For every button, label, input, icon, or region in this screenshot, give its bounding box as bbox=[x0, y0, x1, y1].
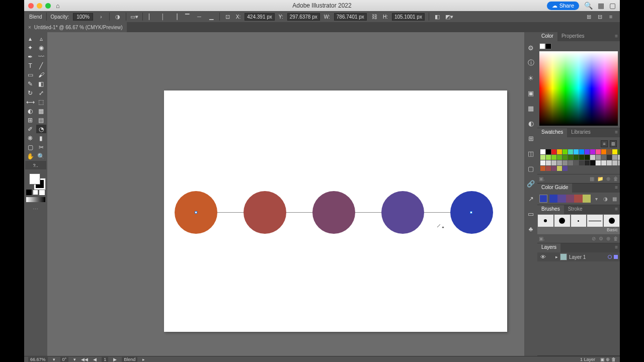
h-value-input[interactable]: 105.1001 px bbox=[392, 13, 425, 21]
new-brush-icon[interactable]: ⊕ bbox=[606, 236, 610, 241]
brush-options-icon[interactable]: ⚙ bbox=[599, 236, 603, 241]
colorguide-base-swatch[interactable] bbox=[539, 195, 547, 203]
selection-tool[interactable]: ▴ bbox=[25, 34, 36, 43]
tab-brushes[interactable]: Brushes bbox=[537, 205, 564, 214]
line-segment-tool[interactable]: ╱ bbox=[36, 61, 47, 70]
swatch-item[interactable] bbox=[562, 155, 568, 160]
save-group-icon[interactable]: ▦ bbox=[611, 195, 618, 202]
align-dock-icon[interactable]: ⊞ bbox=[526, 134, 535, 143]
panel-menu-icon[interactable]: ≡ bbox=[607, 13, 615, 21]
rotate-tool[interactable]: ↻ bbox=[25, 88, 36, 97]
remove-brush-stroke-icon[interactable]: ⊘ bbox=[592, 236, 596, 241]
brush-item[interactable] bbox=[587, 214, 603, 227]
swatch-item[interactable] bbox=[579, 160, 584, 165]
color-mode-solid[interactable] bbox=[26, 190, 32, 195]
align-top-icon[interactable]: ▔ bbox=[183, 13, 191, 21]
artboard-tool[interactable]: ▢ bbox=[25, 143, 36, 151]
swatch-item[interactable] bbox=[562, 160, 568, 165]
document-tab[interactable]: × Untitled-1* @ 66.67 % (CMYK/Preview) bbox=[24, 22, 127, 32]
swatch-item[interactable] bbox=[579, 155, 584, 160]
swatch-item[interactable] bbox=[568, 155, 573, 160]
layer-target-icon[interactable] bbox=[608, 255, 612, 259]
anchor-end[interactable] bbox=[470, 211, 472, 214]
color-spectrum[interactable] bbox=[539, 51, 618, 126]
shape-builder-tool[interactable]: ◐ bbox=[25, 107, 36, 115]
home-icon[interactable]: ⌂ bbox=[56, 2, 60, 10]
search-icon[interactable]: 🔍 bbox=[584, 2, 593, 10]
swatch-item[interactable] bbox=[551, 166, 556, 171]
info-dock-icon[interactable]: ⓘ bbox=[526, 58, 535, 67]
layer-selection-indicator[interactable] bbox=[614, 255, 618, 259]
swatch-item[interactable] bbox=[607, 155, 612, 160]
panel-menu-icon[interactable]: ≡ bbox=[613, 243, 620, 252]
delete-swatch-icon[interactable]: 🗑 bbox=[613, 176, 618, 182]
brush-item[interactable] bbox=[537, 214, 554, 227]
brush-item[interactable] bbox=[554, 214, 571, 227]
y-value-input[interactable]: 297.6378 px bbox=[287, 13, 320, 21]
harmony-dropdown-icon[interactable]: ▾ bbox=[593, 195, 600, 202]
swatch-item[interactable] bbox=[557, 155, 562, 160]
swatch-item[interactable] bbox=[612, 155, 617, 160]
isolate-icon[interactable]: ◩▾ bbox=[445, 13, 453, 21]
swatch-item[interactable] bbox=[540, 155, 545, 160]
swatch-item[interactable] bbox=[557, 166, 562, 171]
width-tool[interactable]: ⟷ bbox=[25, 98, 36, 106]
swatch-item[interactable] bbox=[540, 160, 545, 165]
swatch-item[interactable] bbox=[540, 166, 545, 171]
layer-row[interactable]: 👁 ▸ Layer 1 bbox=[537, 252, 620, 261]
panel-menu-icon[interactable]: ≡ bbox=[613, 205, 620, 214]
shape-properties-icon[interactable]: ◧ bbox=[433, 13, 441, 21]
swatch-item[interactable] bbox=[557, 160, 562, 165]
swatch-item[interactable] bbox=[546, 166, 551, 171]
swatch-item[interactable] bbox=[546, 149, 551, 154]
panel-menu-icon[interactable]: ≡ bbox=[613, 128, 620, 137]
pen-tool[interactable]: ✒ bbox=[25, 52, 36, 61]
opacity-chevron-icon[interactable]: › bbox=[97, 13, 105, 21]
arrange-documents-icon[interactable]: ▦ bbox=[598, 2, 604, 10]
fill-stroke-selector[interactable] bbox=[25, 172, 46, 189]
tab-color-guide[interactable]: Color Guide bbox=[537, 184, 572, 193]
swatch-item[interactable] bbox=[568, 149, 573, 154]
swatch-item[interactable] bbox=[562, 166, 568, 171]
eyedropper-tool[interactable]: ✐ bbox=[25, 125, 36, 133]
color-group-icon[interactable]: 📁 bbox=[597, 176, 603, 182]
swatch-item[interactable] bbox=[585, 155, 590, 160]
artboard-prev-icon[interactable]: ◀◀ bbox=[81, 357, 88, 362]
swatch-item[interactable] bbox=[579, 149, 584, 154]
symbol-sprayer-tool[interactable]: ❋ bbox=[25, 134, 36, 142]
slice-tool[interactable]: ✂ bbox=[36, 143, 47, 151]
new-swatch-icon[interactable]: ⊕ bbox=[606, 176, 610, 182]
swatch-list-view-icon[interactable]: ≡ bbox=[601, 140, 608, 147]
recolor-artwork-icon[interactable]: ◑ bbox=[114, 13, 122, 21]
swatch-item[interactable] bbox=[574, 160, 579, 165]
direct-selection-tool[interactable]: ▵ bbox=[36, 34, 47, 43]
swatch-item[interactable] bbox=[557, 149, 562, 154]
brush-basic-label[interactable]: Basic bbox=[537, 227, 620, 234]
fill-swatch[interactable] bbox=[29, 173, 40, 185]
panel-menu-icon[interactable]: ≡ bbox=[613, 32, 620, 41]
disclosure-arrow-icon[interactable]: ▸ bbox=[555, 254, 558, 259]
swatch-item[interactable] bbox=[590, 149, 595, 154]
swatch-item[interactable] bbox=[607, 160, 612, 165]
swatch-item[interactable] bbox=[596, 149, 601, 154]
tab-swatches[interactable]: Swatches bbox=[537, 128, 567, 137]
close-tab-icon[interactable]: × bbox=[28, 25, 31, 30]
window-minimize-button[interactable] bbox=[37, 3, 42, 9]
canvas-area[interactable]: ⟋₊ bbox=[47, 32, 524, 356]
rectangle-tool[interactable]: ▭ bbox=[25, 70, 36, 79]
pathfinder-dock-icon[interactable]: ◫ bbox=[526, 149, 535, 158]
style-dropdown-icon[interactable]: ▭▾ bbox=[130, 13, 138, 21]
paintbrush-tool[interactable]: 🖌 bbox=[36, 70, 47, 79]
layer-name-label[interactable]: Layer 1 bbox=[569, 254, 606, 260]
edit-colors-icon[interactable]: ◑ bbox=[602, 195, 609, 202]
color-stroke-mini[interactable] bbox=[545, 43, 551, 49]
blend-tool[interactable]: ◔ bbox=[36, 125, 47, 133]
transparency-dock-icon[interactable]: ◐ bbox=[526, 119, 535, 128]
swatch-item[interactable] bbox=[585, 149, 590, 154]
color-fill-mini[interactable] bbox=[539, 43, 545, 49]
blend-circle-3[interactable] bbox=[312, 191, 355, 234]
eraser-tool[interactable]: ◧ bbox=[36, 79, 47, 88]
align-vcenter-icon[interactable]: ─ bbox=[195, 13, 203, 21]
edit-toolbar[interactable]: ?‥ bbox=[25, 161, 46, 169]
swatch-item[interactable] bbox=[601, 160, 606, 165]
